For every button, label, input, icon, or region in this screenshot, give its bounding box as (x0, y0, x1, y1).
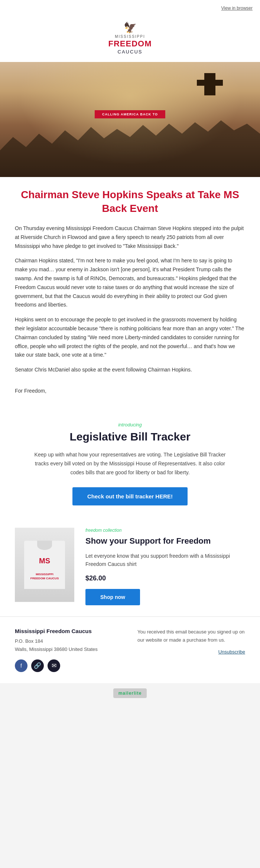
product-price: $26.00 (85, 574, 245, 582)
facebook-icon[interactable]: f (15, 659, 27, 672)
product-title: Show your Support for Freedom (85, 536, 245, 547)
footer-left: Mississippi Freedom Caucus P.O. Box 184 … (15, 628, 123, 672)
crowd-silhouette (0, 110, 260, 177)
logo-freedom-text: FREEDOM (108, 39, 152, 48)
bill-tracker-cta-button[interactable]: Check out the bill tracker HERE! (72, 487, 188, 505)
unsubscribe-link[interactable]: Unsubscribe (137, 648, 245, 656)
product-description: Let everyone know that you support freed… (85, 552, 245, 569)
mailerlite-suffix: lite (134, 691, 142, 696)
shirt-shape: MS MISSISSIPPI FREEDOM CAUCUS (24, 541, 65, 589)
article-title: Chairman Steve Hopkins Speaks at Take MS… (15, 188, 245, 215)
hero-image: CALLING AMERICA BACK TO (0, 62, 260, 177)
shirt-logo-text: MISSISSIPPI FREEDOM CAUCUS (30, 573, 59, 580)
logo-caucus-text: CAUCUS (118, 49, 143, 55)
mailerlite-badge-section: mailerlite (0, 683, 260, 703)
footer-social: f 🔗 ✉ (15, 659, 123, 672)
mailerlite-badge: mailerlite (113, 688, 147, 698)
bill-tracker-description: Keep up with what how your representativ… (30, 451, 230, 477)
footer-right-text: You received this email because you sign… (137, 629, 245, 643)
view-in-browser-link[interactable]: View in browser (221, 6, 253, 11)
footer-section: Mississippi Freedom Caucus P.O. Box 184 … (0, 616, 260, 683)
footer-org-name: Mississippi Freedom Caucus (15, 628, 123, 634)
bill-tracker-section: introducing Legislative Bill Tracker Kee… (0, 407, 260, 517)
introducing-label: introducing (15, 422, 245, 428)
product-info: freedom collection Show your Support for… (85, 528, 245, 605)
logo-section: 🦅 MISSISSIPPI FREEDOM CAUCUS (0, 16, 260, 62)
sign-off: For Freedom, (0, 388, 260, 407)
sign-off-line: For Freedom, (15, 388, 245, 394)
article-section: Chairman Steve Hopkins Speaks at Take MS… (0, 177, 260, 388)
hero-banner: CALLING AMERICA BACK TO (95, 110, 165, 118)
logo-bird-icon: 🦅 (124, 22, 137, 34)
shirt-image: MS MISSISSIPPI FREEDOM CAUCUS (15, 528, 74, 602)
church-cross (204, 73, 215, 95)
shirt-ms-icon: MS (30, 557, 59, 565)
footer-address-line1: P.O. Box 184 (15, 638, 43, 644)
mailerlite-label: mailer (118, 691, 134, 696)
product-section: MS MISSISSIPPI FREEDOM CAUCUS freedom co… (0, 517, 260, 616)
article-body: On Thursday evening Mississippi Freedom … (15, 224, 245, 374)
bill-tracker-title: Legislative Bill Tracker (15, 430, 245, 443)
footer-address-line2: Walls, Mississippi 38680 United States (15, 646, 98, 652)
article-paragraph-2: Chairman Hopkins stated, "I'm not here t… (15, 256, 245, 309)
footer-address: P.O. Box 184 Walls, Mississippi 38680 Un… (15, 637, 123, 654)
footer-right: You received this email because you sign… (137, 628, 245, 672)
logo-text-top: MISSISSIPPI (115, 35, 145, 39)
top-bar: View in browser (0, 0, 260, 16)
logo-text-main: FREEDOM (108, 39, 152, 48)
shop-now-button[interactable]: Shop now (85, 589, 140, 605)
link-icon[interactable]: 🔗 (31, 659, 44, 672)
article-paragraph-1: On Thursday evening Mississippi Freedom … (15, 224, 245, 250)
article-paragraph-4: Senator Chris McDaniel also spoke at the… (15, 366, 245, 374)
logo: 🦅 MISSISSIPPI FREEDOM CAUCUS (108, 22, 152, 55)
email-icon[interactable]: ✉ (48, 659, 60, 672)
article-paragraph-3: Hopkins went on to encourage the people … (15, 315, 245, 360)
collection-label: freedom collection (85, 528, 245, 533)
church-interior-bg: CALLING AMERICA BACK TO (0, 62, 260, 177)
